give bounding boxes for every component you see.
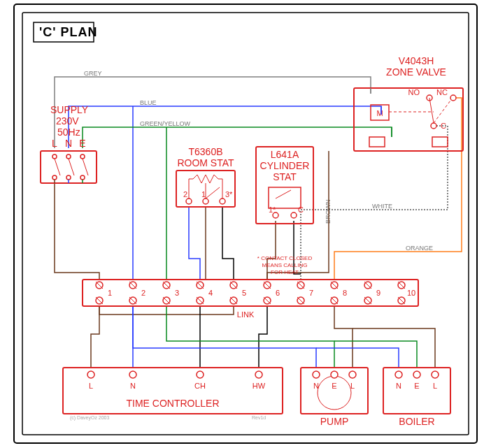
supply-L: L: [52, 138, 57, 149]
svg-line-38: [276, 190, 291, 198]
svg-point-5: [66, 175, 71, 180]
tc-CH: CH: [194, 382, 206, 390]
svg-point-16: [450, 95, 456, 101]
svg-point-91: [349, 371, 356, 378]
roomstat-label-2: ROOM STAT: [177, 157, 234, 168]
strip-n1: 1: [108, 289, 112, 297]
pump-L: L: [350, 382, 355, 390]
wire-label-orange: ORANGE: [406, 245, 433, 252]
svg-point-40: [291, 212, 297, 218]
strip-n2: 2: [141, 289, 145, 297]
pump-block: N E L PUMP: [301, 368, 368, 427]
credit-text: (c) DaveyOz 2003: [70, 415, 110, 421]
boiler-block: N E L BOILER: [383, 368, 450, 427]
diagram-title: 'C' PLAN: [39, 25, 98, 39]
svg-point-35: [220, 198, 225, 204]
valve-NO: NO: [408, 88, 420, 96]
tc-L: L: [89, 382, 93, 390]
wire-boiler-N: [316, 348, 399, 368]
wire-label-blue: BLUE: [140, 99, 157, 106]
wire-pump-L: [334, 306, 353, 368]
svg-line-20: [429, 98, 434, 123]
cylstat-label-3: STAT: [273, 171, 297, 182]
roomstat-label-1: T6360B: [188, 146, 222, 157]
svg-line-32: [206, 187, 220, 198]
cylstat-note-2: MEANS CALLING: [262, 262, 308, 268]
svg-point-2: [66, 154, 71, 159]
strip-n6: 6: [276, 289, 280, 297]
zone-valve-block: V4043H ZONE VALVE M NO NC C: [354, 55, 463, 151]
svg-point-17: [431, 123, 436, 129]
svg-line-19: [434, 101, 450, 123]
valve-M: M: [376, 109, 383, 117]
wire-grey: [55, 77, 371, 148]
pump-label: PUMP: [320, 416, 348, 427]
cylstat-note-3: FOR HEAT: [271, 269, 299, 275]
svg-point-86: [255, 371, 262, 378]
svg-point-33: [186, 198, 192, 204]
cylstat-t1: 1*: [269, 205, 276, 214]
cylstat-note-1: * CONTACT CLOSED: [257, 255, 313, 261]
wire-label-grey: GREY: [84, 70, 102, 77]
strip-n10: 10: [407, 289, 415, 297]
wire-tc-HW: [259, 306, 267, 368]
supply-E: E: [79, 138, 85, 149]
cylstat-label-2: CYLINDER: [260, 160, 310, 171]
svg-point-85: [197, 371, 204, 378]
tc-N: N: [130, 382, 136, 390]
valve-C: C: [441, 122, 446, 130]
boiler-L: L: [433, 382, 437, 390]
link-label: LINK: [237, 310, 255, 319]
boiler-N: N: [396, 382, 401, 390]
rev-text: Rev1d: [252, 415, 266, 420]
valve-label-1: V4043H: [399, 55, 434, 66]
wire-pump-N: [133, 306, 316, 368]
wire-roomstat-3: [222, 207, 234, 280]
svg-point-94: [413, 371, 420, 378]
svg-point-34: [203, 198, 208, 204]
tc-label: TIME CONTROLLER: [126, 398, 219, 409]
roomstat-t3: 3*: [225, 190, 233, 198]
cylstat-label-1: L641A: [271, 149, 299, 160]
roomstat-t1: 1: [201, 190, 206, 198]
svg-point-93: [395, 371, 402, 378]
strip-n4: 4: [208, 289, 213, 297]
supply-label-1: SUPPLY: [50, 104, 89, 115]
wire-roomstat-2: [189, 207, 200, 280]
strip-n5: 5: [242, 289, 246, 297]
strip-n3: 3: [175, 289, 179, 297]
pump-N: N: [313, 382, 319, 390]
time-controller-block: L N CH HW TIME CONTROLLER: [63, 368, 283, 414]
wire-label-brown: BROWN: [325, 200, 332, 224]
room-stat-block: T6360B ROOM STAT 2 1 3*: [176, 146, 235, 207]
strip-n8: 8: [343, 289, 347, 297]
valve-NC: NC: [436, 88, 448, 96]
svg-point-90: [331, 371, 338, 378]
supply-label-3: 50Hz: [57, 127, 80, 138]
cylstat-tC: C: [298, 205, 304, 214]
svg-point-6: [80, 175, 85, 180]
wire-label-greenyellow: GREEN/YELLOW: [140, 120, 191, 127]
wire-boiler-E: [334, 341, 417, 368]
boiler-label: BOILER: [399, 416, 434, 427]
svg-line-7: [55, 159, 60, 175]
cylinder-stat-block: L641A CYLINDER STAT 1* C * CONTACT CLOSE…: [256, 147, 313, 275]
boiler-E: E: [414, 382, 419, 390]
terminal-strip: 1 2 3 4 5 6 7 8 9 10: [83, 280, 418, 306]
svg-line-9: [83, 159, 88, 175]
svg-rect-21: [369, 137, 385, 147]
svg-point-84: [129, 371, 136, 378]
roomstat-t2: 2: [183, 190, 187, 198]
wire-label-white: WHITE: [372, 203, 392, 210]
valve-label-2: ZONE VALVE: [386, 66, 446, 78]
pump-E: E: [332, 382, 336, 390]
svg-point-3: [80, 154, 85, 159]
supply-label-2: 230V: [56, 115, 79, 127]
svg-point-89: [313, 371, 320, 378]
wire-brown-supply: [55, 183, 99, 280]
svg-point-83: [87, 371, 94, 378]
tc-HW: HW: [252, 382, 266, 390]
wire-tc-L: [91, 306, 99, 368]
svg-line-8: [69, 159, 74, 175]
supply-block: SUPPLY 230V 50Hz L N E: [41, 104, 97, 183]
